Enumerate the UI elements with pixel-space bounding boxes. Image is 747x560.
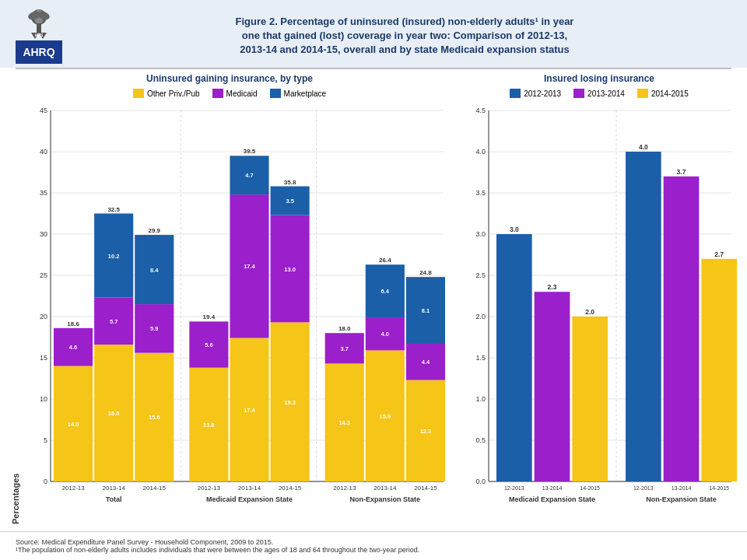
svg-text:4.4: 4.4 [422, 359, 430, 366]
svg-text:1.0: 1.0 [475, 395, 486, 403]
footer: Source: Medical Expenditure Panel Survey… [0, 531, 747, 560]
svg-text:4.0: 4.0 [639, 143, 648, 151]
legend-2013-box [573, 89, 584, 98]
svg-text:13.0: 13.0 [284, 266, 296, 273]
svg-text:0.0: 0.0 [475, 478, 486, 485]
svg-text:15.9: 15.9 [380, 413, 391, 420]
svg-text:3.0: 3.0 [475, 230, 486, 238]
svg-text:40: 40 [40, 148, 47, 156]
page: HHS AHRQ Figure 2. Percentage of uninsur… [0, 0, 747, 560]
svg-text:35.8: 35.8 [284, 179, 296, 186]
svg-text:AHRQ: AHRQ [23, 46, 54, 58]
left-chart-body: Percentages 05101520253035404514.04.618.… [8, 103, 451, 524]
right-chart-body: 0.00.51.01.52.02.53.03.54.04.53.0​12-201… [459, 103, 739, 524]
svg-text:4.6: 4.6 [69, 344, 77, 351]
svg-text:2012-13: 2012-13 [333, 485, 356, 492]
svg-text:39.5: 39.5 [244, 148, 256, 155]
right-chart-svg: 0.00.51.01.52.02.53.03.54.04.53.0​12-201… [459, 103, 739, 524]
header: HHS AHRQ Figure 2. Percentage of uninsur… [0, 0, 747, 68]
ahrq-logo: AHRQ [16, 40, 62, 64]
legend-medicaid-box [212, 89, 223, 98]
svg-rect-136 [626, 152, 661, 481]
svg-rect-142 [701, 259, 737, 481]
left-chart-legend: Other Priv./Pub Medicaid Marketplace [8, 89, 451, 98]
svg-text:Non-Expansion State: Non-Expansion State [646, 495, 717, 503]
svg-text:30: 30 [40, 230, 47, 238]
legend-other: Other Priv./Pub [133, 89, 200, 98]
svg-text:2014-15: 2014-15 [279, 485, 302, 492]
svg-text:2014-15: 2014-15 [414, 485, 437, 492]
svg-text:10.2: 10.2 [108, 253, 120, 260]
legend-2012-box [510, 89, 521, 98]
legend-marketplace-label: Marketplace [284, 89, 326, 98]
svg-text:20: 20 [40, 313, 47, 320]
svg-text:4.0: 4.0 [475, 148, 486, 156]
svg-text:0: 0 [44, 478, 47, 485]
svg-text:10: 10 [40, 395, 47, 403]
legend-other-box [133, 89, 144, 98]
svg-text:14.3: 14.3 [338, 419, 350, 426]
svg-text:13.8: 13.8 [203, 422, 215, 429]
svg-text:2.0: 2.0 [585, 308, 594, 316]
svg-text:Non-Expansion State: Non-Expansion State [350, 495, 421, 503]
svg-text:​13-2014: ​13-2014 [672, 485, 692, 491]
svg-text:8.4: 8.4 [150, 267, 159, 274]
svg-text:4.5: 4.5 [475, 107, 486, 114]
figure-title: Figure 2. Percentage of uninsured (insur… [78, 15, 731, 58]
svg-text:24.8: 24.8 [419, 269, 432, 276]
legend-2014-label: 2014-2015 [651, 89, 689, 98]
svg-text:5.7: 5.7 [110, 318, 117, 325]
svg-text:3.0: 3.0 [510, 226, 519, 233]
footer-line2: ¹The population of non-elderly adults in… [16, 546, 731, 554]
svg-text:5.9: 5.9 [150, 325, 158, 332]
svg-text:2012-13: 2012-13 [198, 485, 221, 492]
svg-text:2.0: 2.0 [475, 313, 486, 320]
svg-text:​14-2015: ​14-2015 [709, 485, 729, 491]
svg-text:2012-13: 2012-13 [61, 485, 85, 492]
svg-text:Medicaid Expansion State: Medicaid Expansion State [206, 495, 293, 503]
svg-text:26.4: 26.4 [379, 257, 391, 264]
svg-text:15: 15 [40, 354, 47, 362]
svg-text:32.5: 32.5 [107, 206, 120, 213]
svg-text:​14-2015: ​14-2015 [580, 485, 600, 491]
svg-rect-139 [664, 177, 700, 481]
svg-text:​12-2013: ​12-2013 [504, 485, 524, 491]
svg-text:HHS: HHS [35, 33, 44, 37]
charts-area: Uninsured gaining insurance, by type Oth… [0, 69, 747, 528]
svg-text:17.4: 17.4 [244, 263, 255, 270]
legend-marketplace-box [270, 89, 281, 98]
svg-text:12.3: 12.3 [420, 428, 432, 435]
svg-text:Total: Total [106, 495, 122, 503]
svg-text:2.7: 2.7 [714, 250, 724, 258]
svg-rect-125 [496, 234, 532, 481]
svg-text:45: 45 [40, 107, 47, 114]
legend-medicaid: Medicaid [212, 89, 258, 98]
svg-text:5.6: 5.6 [205, 341, 212, 348]
right-chart: Insured losing insurance 2012-2013 2013-… [459, 73, 739, 524]
svg-text:Medicaid Expansion State: Medicaid Expansion State [509, 495, 595, 503]
svg-text:1.5: 1.5 [475, 354, 486, 362]
svg-text:​13-2014: ​13-2014 [542, 485, 563, 491]
svg-text:8.1: 8.1 [422, 307, 430, 314]
svg-text:19.4: 19.4 [203, 313, 216, 320]
legend-2014-box [637, 89, 648, 98]
legend-2013-label: 2013-2014 [587, 89, 625, 98]
svg-text:16.6: 16.6 [108, 410, 120, 417]
svg-rect-131 [572, 317, 608, 481]
legend-other-label: Other Priv./Pub [147, 89, 200, 98]
svg-rect-4 [37, 23, 41, 33]
svg-text:3.7: 3.7 [677, 168, 686, 176]
svg-text:29.9: 29.9 [148, 227, 160, 234]
svg-text:0.5: 0.5 [475, 436, 486, 444]
svg-text:15.6: 15.6 [149, 414, 160, 421]
svg-text:3.5: 3.5 [286, 198, 293, 205]
svg-text:18.0: 18.0 [338, 325, 351, 332]
title-area: Figure 2. Percentage of uninsured (insur… [78, 15, 731, 58]
svg-text:2014-15: 2014-15 [143, 485, 167, 492]
svg-text:18.6: 18.6 [67, 320, 79, 327]
right-chart-legend: 2012-2013 2013-2014 2014-2015 [459, 89, 739, 98]
left-chart-svg: 05101520253035404514.04.618.62012-1316.6… [23, 103, 451, 524]
svg-text:2013-14: 2013-14 [238, 485, 261, 492]
legend-2013: 2013-2014 [573, 89, 625, 98]
left-chart: Uninsured gaining insurance, by type Oth… [8, 73, 459, 524]
